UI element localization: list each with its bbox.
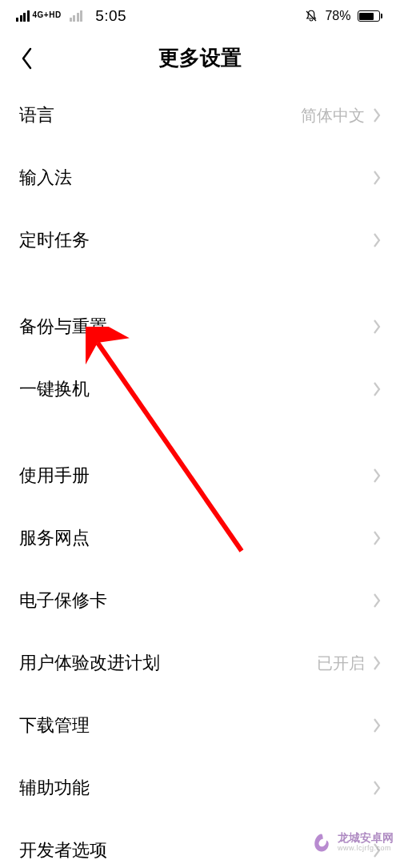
row-right [373,717,381,733]
chevron-right-icon [373,319,381,335]
row-label: 输入法 [19,166,72,190]
row-download-manager[interactable]: 下载管理 [0,694,400,757]
row-right [373,593,381,609]
status-bar: 4G+HD 5:05 78% [0,0,400,32]
chevron-right-icon [373,232,381,248]
chevron-right-icon [373,717,381,733]
network-label: 4G+HD [33,11,62,19]
section-gap [0,420,400,444]
row-warranty[interactable]: 电子保修卡 [0,569,400,632]
chevron-right-icon [373,655,381,671]
row-label: 语言 [19,103,54,127]
header: 更多设置 [0,32,400,84]
row-right [373,468,381,484]
chevron-right-icon [373,530,381,546]
row-right [373,530,381,546]
row-label: 备份与重置 [19,315,107,339]
chevron-right-icon [373,842,381,858]
row-label: 下载管理 [19,713,90,737]
section-gap [0,271,400,295]
back-button[interactable] [13,44,42,73]
row-scheduled-tasks[interactable]: 定时任务 [0,209,400,271]
row-right [373,780,381,796]
battery-icon [358,10,383,22]
row-right [373,170,381,186]
row-label: 定时任务 [19,228,90,252]
row-value: 已开启 [317,653,365,674]
chevron-right-icon [373,381,381,397]
chevron-right-icon [373,170,381,186]
row-input-method[interactable]: 输入法 [0,147,400,209]
chevron-right-icon [373,780,381,796]
row-user-manual[interactable]: 使用手册 [0,444,400,507]
row-label: 服务网点 [19,526,90,550]
bell-muted-icon [304,9,318,23]
chevron-right-icon [373,468,381,484]
row-right [373,381,381,397]
row-backup-reset[interactable]: 备份与重置 [0,295,400,358]
row-label: 电子保修卡 [19,589,107,613]
row-phone-clone[interactable]: 一键换机 [0,358,400,420]
row-label: 辅助功能 [19,776,90,800]
row-developer-options[interactable]: 开发者选项 [0,819,400,868]
row-label: 用户体验改进计划 [19,651,160,675]
status-left: 4G+HD 5:05 [16,7,126,25]
signal-secondary-icon [70,10,83,22]
settings-list: 语言 简体中文 输入法 定时任务 备份与重置 一键换机 使用手册 [0,84,400,868]
row-right: 简体中文 [301,105,381,127]
page-title: 更多设置 [0,44,400,72]
row-accessibility[interactable]: 辅助功能 [0,757,400,819]
signal-bars-icon [16,10,30,22]
row-right [373,319,381,335]
row-service-center[interactable]: 服务网点 [0,507,400,569]
signal-primary: 4G+HD [16,10,62,22]
row-label: 使用手册 [19,464,90,488]
chevron-right-icon [373,593,381,609]
status-right: 78% [304,9,382,23]
row-label: 开发者选项 [19,838,107,862]
chevron-right-icon [373,107,381,123]
row-right: 已开启 [317,653,381,674]
row-value: 简体中文 [301,105,365,127]
battery-percent: 78% [325,9,350,23]
row-right [373,232,381,248]
row-user-experience[interactable]: 用户体验改进计划 已开启 [0,632,400,694]
status-time: 5:05 [95,7,126,25]
chevron-left-icon [20,46,34,70]
row-right [373,842,381,858]
row-label: 一键换机 [19,377,90,401]
row-language[interactable]: 语言 简体中文 [0,84,400,147]
